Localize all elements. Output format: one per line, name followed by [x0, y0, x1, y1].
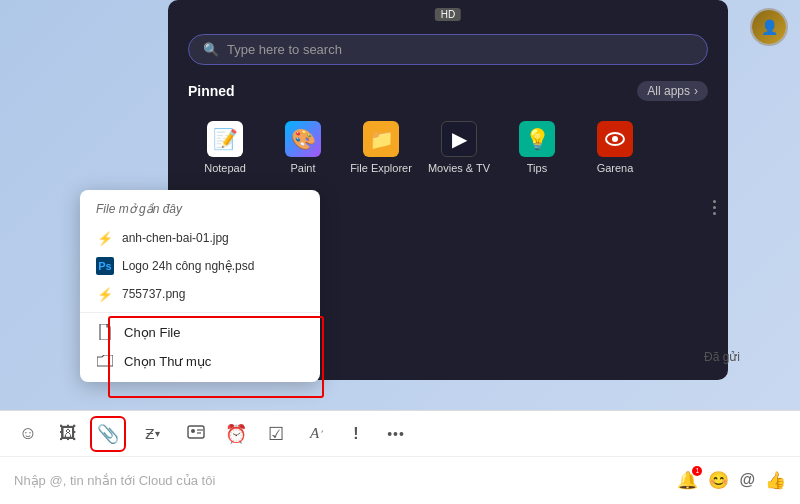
- app-movies[interactable]: ▶ Movies & TV: [422, 113, 496, 182]
- thumbsup-icon[interactable]: 👍: [765, 470, 786, 491]
- card-icon: [187, 423, 205, 444]
- recent-file-2[interactable]: Ps Logo 24h công nghệ.psd: [80, 252, 320, 280]
- image-icon: 🖼: [59, 423, 77, 444]
- paint-label: Paint: [290, 162, 315, 174]
- input-placeholder[interactable]: Nhập @, tin nhắn tới Cloud của tôi: [14, 473, 667, 488]
- notification-badge: 1: [692, 466, 702, 476]
- file-icon: [96, 324, 114, 340]
- input-bar: Nhập @, tin nhắn tới Cloud của tôi 🔔 1 😊…: [0, 457, 800, 503]
- explorer-label: File Explorer: [350, 162, 412, 174]
- da-gui-status: Đã gửi: [704, 350, 740, 364]
- app-tips[interactable]: 💡 Tips: [500, 113, 574, 182]
- app-grid: 📝 Notepad 🎨 Paint 📁 File Explorer ▶ Movi…: [188, 113, 708, 182]
- dot-3: [713, 212, 716, 215]
- chon-file-item[interactable]: Chọn File: [80, 317, 320, 347]
- image-button[interactable]: 🖼: [50, 416, 86, 452]
- dot-1: [713, 200, 716, 203]
- recent-file-2-name: Logo 24h công nghệ.psd: [122, 259, 254, 273]
- app-paint[interactable]: 🎨 Paint: [266, 113, 340, 182]
- search-bar[interactable]: 🔍 Type here to search: [188, 34, 708, 65]
- check-icon: ☑: [268, 423, 284, 445]
- text-style-button[interactable]: A ʻ: [298, 416, 334, 452]
- chon-file-label: Chọn File: [124, 325, 180, 340]
- clock-icon: ⏰: [225, 423, 247, 445]
- garena-icon: [597, 121, 633, 157]
- check-button[interactable]: ☑: [258, 416, 294, 452]
- emoji-button[interactable]: ☺: [10, 416, 46, 452]
- garena-svg: [601, 125, 629, 153]
- subscript-icon: ʻ: [319, 429, 322, 439]
- chon-thu-muc-label: Chọn Thư mục: [124, 354, 211, 369]
- pinned-title: Pinned: [188, 83, 235, 99]
- app-garena[interactable]: Garena: [578, 113, 652, 182]
- app-notepad[interactable]: 📝 Notepad: [188, 113, 262, 182]
- exclaim-icon: !: [353, 425, 358, 443]
- notepad-icon: 📝: [207, 121, 243, 157]
- text-style-icon: A: [310, 425, 319, 442]
- recent-file-1[interactable]: ⚡ anh-chen-bai-01.jpg: [80, 224, 320, 252]
- format-icon: Ƶ: [145, 426, 155, 442]
- input-right-icons: 🔔 1 😊 @ 👍: [677, 470, 786, 491]
- toolbar: ☺ 🖼 📎 Ƶ ▾ ⏰: [0, 411, 800, 457]
- exclaim-button[interactable]: !: [338, 416, 374, 452]
- emoji-icon: ☺: [19, 423, 37, 444]
- format-button[interactable]: Ƶ ▾: [130, 416, 174, 452]
- svg-rect-3: [188, 426, 204, 438]
- paint-icon: 🎨: [285, 121, 321, 157]
- movies-label: Movies & TV: [428, 162, 490, 174]
- recent-icon-2: Ps: [96, 257, 114, 275]
- all-apps-button[interactable]: All apps ›: [637, 81, 708, 101]
- movies-icon: ▶: [441, 121, 477, 157]
- pinned-header: Pinned All apps ›: [188, 81, 708, 101]
- emotion-icon[interactable]: 😊: [708, 470, 729, 491]
- more-button[interactable]: •••: [378, 416, 414, 452]
- garena-label: Garena: [597, 162, 634, 174]
- format-dropdown-icon: ▾: [155, 428, 160, 439]
- svg-point-4: [191, 429, 195, 433]
- chon-thu-muc-item[interactable]: Chọn Thư mục: [80, 347, 320, 376]
- more-icon: •••: [387, 426, 405, 442]
- avatar[interactable]: 👤: [750, 8, 788, 46]
- folder-icon: [96, 355, 114, 368]
- attach-button[interactable]: 📎: [90, 416, 126, 452]
- tips-label: Tips: [527, 162, 547, 174]
- chevron-right-icon: ›: [694, 84, 698, 98]
- scroll-indicator: [713, 200, 716, 215]
- recent-icon-1: ⚡: [96, 229, 114, 247]
- notification-icon[interactable]: 🔔 1: [677, 470, 698, 491]
- explorer-icon: 📁: [363, 121, 399, 157]
- notepad-label: Notepad: [204, 162, 246, 174]
- context-menu-title: File mở gần đây: [80, 202, 320, 224]
- recent-file-1-name: anh-chen-bai-01.jpg: [122, 231, 229, 245]
- hd-badge: HD: [435, 8, 461, 21]
- bottom-area: ☺ 🖼 📎 Ƶ ▾ ⏰: [0, 410, 800, 504]
- recent-file-3[interactable]: ⚡ 755737.png: [80, 280, 320, 308]
- context-menu: File mở gần đây ⚡ anh-chen-bai-01.jpg Ps…: [80, 190, 320, 382]
- clock-button[interactable]: ⏰: [218, 416, 254, 452]
- tips-icon: 💡: [519, 121, 555, 157]
- at-icon[interactable]: @: [739, 471, 755, 489]
- divider: [80, 312, 320, 313]
- search-icon: 🔍: [203, 42, 219, 57]
- card-button[interactable]: [178, 416, 214, 452]
- attach-icon: 📎: [97, 423, 119, 445]
- recent-file-3-name: 755737.png: [122, 287, 185, 301]
- search-placeholder: Type here to search: [227, 42, 342, 57]
- recent-icon-3: ⚡: [96, 285, 114, 303]
- app-explorer[interactable]: 📁 File Explorer: [344, 113, 418, 182]
- dot-2: [713, 206, 716, 209]
- svg-point-2: [612, 136, 618, 142]
